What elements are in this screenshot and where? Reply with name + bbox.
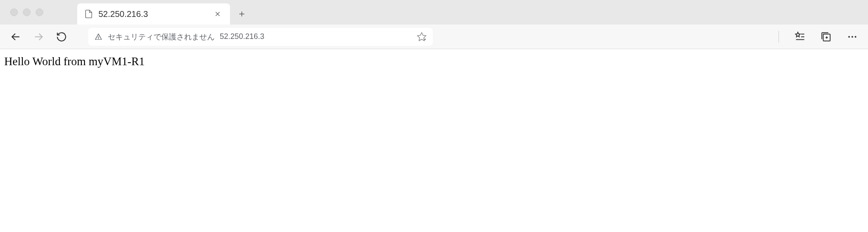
svg-point-17 bbox=[851, 36, 853, 38]
more-options-button[interactable] bbox=[847, 31, 858, 42]
browser-tab[interactable]: 52.250.216.3 bbox=[77, 3, 230, 25]
window-minimize-button[interactable] bbox=[23, 8, 31, 16]
browser-chrome: 52.250.216.3 bbox=[0, 0, 868, 49]
security-status-text: セキュリティで保護されません bbox=[108, 32, 215, 42]
window-close-button[interactable] bbox=[10, 8, 18, 16]
favorite-button[interactable] bbox=[417, 32, 427, 42]
toolbar-right bbox=[778, 31, 858, 43]
tab-bar: 52.250.216.3 bbox=[0, 0, 868, 25]
favorites-list-button[interactable] bbox=[794, 31, 805, 42]
url-text: 52.250.216.3 bbox=[220, 32, 264, 41]
tab-title: 52.250.216.3 bbox=[98, 9, 207, 19]
tab-close-button[interactable] bbox=[212, 8, 223, 19]
forward-button[interactable] bbox=[33, 31, 44, 42]
back-button[interactable] bbox=[10, 31, 21, 42]
window-controls bbox=[10, 8, 43, 16]
page-body-text: Hello World from myVM1-R1 bbox=[4, 55, 145, 68]
not-secure-icon bbox=[94, 33, 103, 41]
address-bar[interactable]: セキュリティで保護されません 52.250.216.3 bbox=[88, 28, 433, 46]
navigation-buttons bbox=[10, 31, 67, 42]
page-icon bbox=[84, 9, 93, 19]
page-content: Hello World from myVM1-R1 bbox=[0, 49, 868, 74]
browser-toolbar: セキュリティで保護されません 52.250.216.3 bbox=[0, 25, 868, 49]
window-maximize-button[interactable] bbox=[36, 8, 43, 16]
svg-marker-9 bbox=[795, 32, 800, 37]
svg-point-16 bbox=[848, 36, 850, 38]
refresh-button[interactable] bbox=[56, 31, 67, 42]
svg-point-18 bbox=[855, 36, 857, 38]
new-tab-button[interactable] bbox=[233, 6, 250, 22]
collections-button[interactable] bbox=[820, 31, 832, 42]
toolbar-divider bbox=[778, 31, 779, 43]
